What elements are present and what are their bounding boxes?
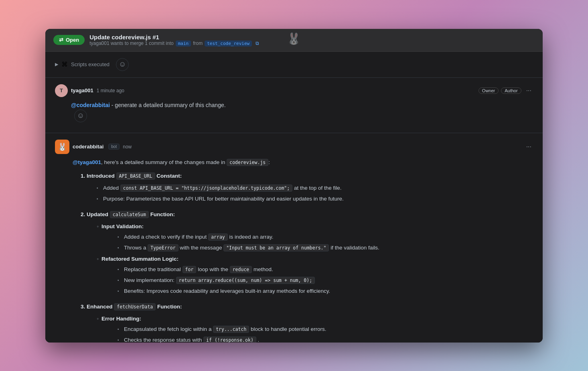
bot-intro: @tyaga001, here's a detailed summary of …: [73, 158, 533, 167]
tyaga-comment-body: @coderabbitai - generate a detailed summ…: [71, 101, 533, 109]
pr-meta: tyaga001 wants to merge 1 commit into ma…: [89, 41, 259, 47]
bot-username[interactable]: coderabbitai: [73, 144, 103, 150]
content-area: ▶ ⌘ Scripts executed ☺ T tyaga001 1 minu…: [45, 52, 543, 343]
list-item: Added a check to verify if the input arr…: [118, 233, 533, 241]
mention[interactable]: @coderabbitai: [71, 102, 110, 108]
list-item: Purpose: Parameterizes the base API URL …: [97, 195, 533, 203]
expand-icon[interactable]: ▶: [55, 62, 58, 67]
bot-comment-header: 🐰 coderabbitai bot now ···: [55, 140, 533, 154]
owner-badge: Owner: [479, 87, 499, 94]
comment-header: T tyaga001 1 minute ago Owner Author ···: [55, 84, 533, 97]
list-item: 2. Updated calculateSum Function: Input …: [81, 210, 533, 296]
file-reference: codereview.js: [227, 159, 268, 166]
main-window: ⇄ Open Update codereview.js #1 tyaga001 …: [45, 29, 543, 343]
list-item: Input Validation: Added a check to verif…: [97, 222, 533, 253]
list-item: Replaced the traditional for loop with t…: [118, 265, 533, 274]
scripts-label: Scripts executed: [71, 61, 109, 67]
tyaga-timestamp: 1 minute ago: [97, 88, 124, 93]
bot-more-button[interactable]: ···: [525, 142, 533, 152]
list-item: Error Handling: Encapsulated the fetch l…: [97, 314, 533, 343]
open-badge: ⇄ Open: [53, 35, 85, 45]
tyaga-more-button[interactable]: ···: [525, 85, 533, 96]
list-item: Added const API_BASE_URL = "https://json…: [97, 184, 533, 193]
scripts-section: ▶ ⌘ Scripts executed ☺: [45, 52, 543, 78]
coderabbit-avatar: 🐰: [55, 140, 69, 154]
list-item: Checks the response status with if (!res…: [118, 336, 533, 342]
list-item: Throws a TypeError with the message "Inp…: [118, 243, 533, 252]
title-bar: ⇄ Open Update codereview.js #1 tyaga001 …: [45, 29, 543, 52]
bot-comment: 🐰 coderabbitai bot now ··· @tyaga001, he…: [45, 133, 543, 343]
open-label: Open: [66, 37, 79, 43]
changes-list: 1. Introduced API_BASE_URL Constant: Add…: [81, 172, 533, 343]
list-item: Refactored Summation Logic: Replaced the…: [97, 255, 533, 296]
list-item: Benefits: Improves code readability and …: [118, 287, 533, 296]
bot-author-info: 🐰 coderabbitai bot now: [55, 140, 132, 154]
main-content: ▶ ⌘ Scripts executed ☺ T tyaga001 1 minu…: [45, 52, 543, 343]
list-item: 3. Enhanced fetchUserData Function: Erro…: [81, 302, 533, 343]
branch-main[interactable]: main: [176, 41, 191, 47]
pr-title: Update codereview.js #1: [89, 34, 259, 41]
list-item: 1. Introduced API_BASE_URL Constant: Add…: [81, 172, 533, 204]
list-item: New implementation: return array.reduce(…: [118, 276, 533, 285]
copy-icon[interactable]: ⧉: [255, 41, 259, 46]
author-badge: Author: [501, 87, 521, 94]
scripts-emoji: ⌘: [61, 61, 68, 68]
api-base-url-code: API_BASE_URL: [116, 172, 155, 180]
bot-mention[interactable]: @tyaga001: [73, 159, 101, 165]
merge-icon: ⇄: [59, 37, 63, 43]
badges: Owner Author: [479, 87, 521, 94]
bot-timestamp: now: [123, 144, 132, 150]
scripts-reaction-button[interactable]: ☺: [116, 58, 129, 71]
list-item: Encapsulated the fetch logic within a tr…: [118, 325, 533, 334]
tyaga-username[interactable]: tyaga001: [71, 87, 93, 93]
reaction-row: ☺: [71, 109, 533, 122]
author-info: T tyaga001 1 minute ago: [55, 84, 124, 97]
branch-source[interactable]: test_code_review: [205, 41, 252, 47]
tyaga-reaction-button[interactable]: ☺: [74, 109, 87, 122]
tyaga-comment: T tyaga001 1 minute ago Owner Author ···: [45, 78, 543, 133]
bot-comment-body: @tyaga001, here's a detailed summary of …: [55, 158, 533, 343]
bot-badge: bot: [108, 144, 120, 150]
tyaga-avatar: T: [55, 84, 68, 97]
